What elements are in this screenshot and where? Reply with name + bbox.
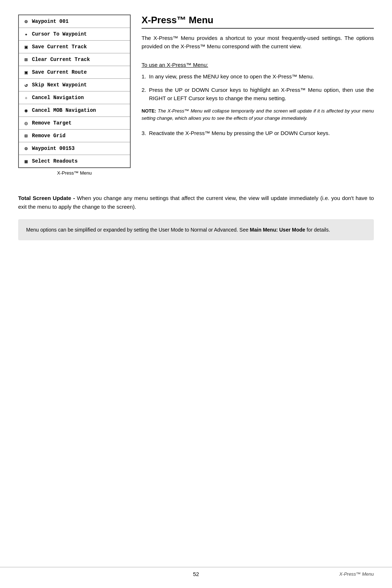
menu-item-waypoint001[interactable]: ⊙ Waypoint 001 bbox=[19, 15, 130, 28]
step-2: 2. Press the UP or DOWN Cursor keys to h… bbox=[142, 86, 374, 103]
info-box: Menu options can be simplified or expand… bbox=[18, 219, 374, 240]
menu-item-label: Cancel MOB Navigation bbox=[32, 107, 96, 113]
step-1-text: In any view, press the MENU key once to … bbox=[149, 72, 314, 81]
menu-item-waypoint00153[interactable]: ⊙ Waypoint 00153 bbox=[19, 142, 130, 155]
remove-target-icon: ◎ bbox=[23, 119, 30, 127]
menu-item-label: Remove Grid bbox=[32, 133, 65, 139]
menu-item-label: Waypoint 00153 bbox=[32, 146, 75, 151]
menu-item-skip-next-waypoint[interactable]: ↺ Skip Next Waypoint bbox=[19, 79, 130, 91]
intro-text: The X-Press™ Menu provides a shortcut to… bbox=[142, 34, 374, 51]
step-2-num: 2. bbox=[142, 86, 146, 103]
menu-item-label: Remove Target bbox=[32, 120, 72, 126]
remove-grid-icon: ⊞ bbox=[23, 132, 30, 139]
menu-item-label: Save Current Track bbox=[32, 44, 87, 50]
menu-item-cursor-to-waypoint[interactable]: ✦ Cursor To Waypoint bbox=[19, 28, 130, 41]
cancel-mob-icon: ◉ bbox=[23, 107, 30, 114]
menu-box: ⊙ Waypoint 001 ✦ Cursor To Waypoint ▣ Sa… bbox=[18, 15, 131, 168]
main-content: ⊙ Waypoint 001 ✦ Cursor To Waypoint ▣ Sa… bbox=[18, 15, 374, 176]
select-readouts-icon: ▦ bbox=[23, 158, 30, 165]
page-number: 52 bbox=[18, 571, 374, 577]
footer-section-title: X-Press™ Menu bbox=[339, 571, 374, 577]
save-track-icon: ▣ bbox=[23, 43, 30, 50]
instructions-list-2: 3. Reactivate the X-Press™ Menu by press… bbox=[142, 129, 374, 137]
total-screen-bold: Total Screen Update - bbox=[18, 195, 75, 201]
note-label: NOTE: bbox=[142, 108, 156, 114]
menu-item-label: Select Readouts bbox=[32, 158, 78, 164]
menu-item-label: Cursor To Waypoint bbox=[32, 31, 87, 37]
menu-caption: X-Press™ Menu bbox=[18, 170, 131, 176]
text-column: X-Press™ Menu The X-Press™ Menu provides… bbox=[142, 15, 374, 176]
waypoint-icon: ⊙ bbox=[23, 18, 30, 25]
skip-waypoint-icon: ↺ bbox=[23, 81, 30, 89]
note-text: NOTE: The X-Press™ Menu will collapse te… bbox=[142, 107, 374, 122]
section-title: X-Press™ Menu bbox=[142, 15, 374, 29]
menu-item-label: Cancel Navigation bbox=[32, 95, 84, 101]
page-footer: 52 X-Press™ Menu bbox=[0, 567, 392, 577]
cursor-waypoint-icon: ✦ bbox=[23, 30, 30, 38]
subsection-title: To use an X-Press™ Menu: bbox=[142, 62, 374, 68]
menu-item-label: Save Current Route bbox=[32, 69, 87, 75]
step-3: 3. Reactivate the X-Press™ Menu by press… bbox=[142, 129, 374, 137]
note-body: The X-Press™ Menu will collapse temporar… bbox=[142, 108, 374, 121]
menu-item-save-current-track[interactable]: ▣ Save Current Track bbox=[19, 41, 130, 53]
menu-column: ⊙ Waypoint 001 ✦ Cursor To Waypoint ▣ Sa… bbox=[18, 15, 131, 176]
info-box-text-normal: Menu options can be simplified or expand… bbox=[26, 227, 250, 233]
menu-item-select-readouts[interactable]: ▦ Select Readouts bbox=[19, 155, 130, 167]
info-box-text-end: for details. bbox=[305, 227, 330, 233]
menu-item-clear-current-track[interactable]: ⊠ Clear Current Track bbox=[19, 53, 130, 66]
step-2-text: Press the UP or DOWN Cursor keys to high… bbox=[149, 86, 374, 103]
instructions-list: 1. In any view, press the MENU key once … bbox=[142, 72, 374, 103]
step-1: 1. In any view, press the MENU key once … bbox=[142, 72, 374, 81]
menu-item-label: Clear Current Track bbox=[32, 57, 90, 62]
clear-track-icon: ⊠ bbox=[23, 56, 30, 63]
waypoint2-icon: ⊙ bbox=[23, 145, 30, 152]
step-3-num: 3. bbox=[142, 129, 146, 137]
save-route-icon: ▣ bbox=[23, 69, 30, 76]
page-container: ⊙ Waypoint 001 ✦ Cursor To Waypoint ▣ Sa… bbox=[0, 0, 392, 588]
menu-item-cancel-mob-navigation[interactable]: ◉ Cancel MOB Navigation bbox=[19, 104, 130, 117]
menu-item-cancel-navigation[interactable]: ✧ Cancel Navigation bbox=[19, 91, 130, 104]
menu-item-remove-grid[interactable]: ⊞ Remove Grid bbox=[19, 130, 130, 142]
step-1-num: 1. bbox=[142, 72, 146, 81]
menu-item-save-current-route[interactable]: ▣ Save Current Route bbox=[19, 66, 130, 79]
menu-item-remove-target[interactable]: ◎ Remove Target bbox=[19, 117, 130, 130]
total-screen-section: Total Screen Update - When you change an… bbox=[18, 194, 374, 211]
info-box-bold: Main Menu: User Mode bbox=[250, 227, 305, 233]
step-3-text: Reactivate the X-Press™ Menu by pressing… bbox=[149, 129, 330, 137]
cancel-nav-icon: ✧ bbox=[23, 94, 30, 101]
menu-item-label: Waypoint 001 bbox=[32, 19, 69, 24]
menu-item-label: Skip Next Waypoint bbox=[32, 82, 87, 88]
